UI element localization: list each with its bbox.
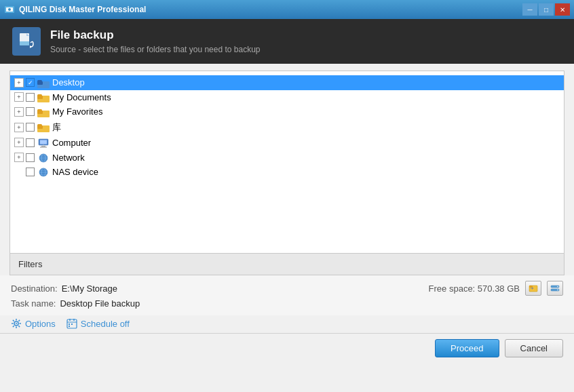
- svg-rect-5: [20, 41, 29, 45]
- options-gear-icon: [11, 318, 22, 329]
- header-text-block: File backup Source - select the files or…: [50, 28, 261, 54]
- title-bar: QILING Disk Master Professional ─ □ ✕: [0, 0, 574, 19]
- close-button[interactable]: ✕: [555, 3, 570, 16]
- app-title: QILING Disk Master Professional: [19, 5, 522, 14]
- header-title: File backup: [50, 28, 261, 42]
- schedule-calendar-icon: [66, 318, 77, 329]
- folder-blue-icon: [37, 77, 52, 88]
- bottom-info-area: Destination: E:\My Storage Free space: 5…: [0, 275, 574, 315]
- svg-rect-21: [41, 146, 45, 147]
- task-value: Desktop File backup: [60, 298, 140, 309]
- folder-browse-icon: [529, 283, 538, 293]
- footer-bar: Proceed Cancel: [0, 333, 574, 363]
- header-icon-box: [12, 27, 41, 56]
- tree-item[interactable]: + My Documents: [10, 90, 564, 105]
- tree-item-checkbox[interactable]: [26, 93, 35, 102]
- task-row: Task name: Desktop File backup: [11, 298, 563, 309]
- tree-item-label: Desktop: [52, 77, 85, 87]
- tree-item-label: NAS device: [52, 167, 98, 177]
- free-space-text: Free space: 570.38 GB: [429, 283, 520, 294]
- tree-item-checkbox[interactable]: [26, 78, 35, 87]
- svg-line-47: [18, 326, 20, 327]
- svg-rect-20: [40, 140, 47, 144]
- svg-line-48: [18, 320, 20, 321]
- svg-point-2: [8, 8, 11, 11]
- filters-label: Filters: [18, 259, 42, 269]
- svg-rect-22: [40, 147, 47, 148]
- tree-item[interactable]: + Desktop: [10, 75, 564, 90]
- folder-yellow-icon: [37, 92, 52, 103]
- tree-expand-btn[interactable]: +: [14, 138, 24, 147]
- header-area: File backup Source - select the files or…: [0, 19, 574, 64]
- svg-line-46: [13, 320, 14, 321]
- destination-value: E:\My Storage: [62, 283, 117, 294]
- svg-rect-54: [69, 324, 70, 325]
- browse-destination-button[interactable]: [525, 281, 541, 296]
- storage-icon: [550, 283, 560, 293]
- tree-expand-btn[interactable]: +: [14, 107, 24, 117]
- tree-expand-btn[interactable]: +: [14, 78, 24, 87]
- globe-icon: [37, 167, 52, 178]
- storage-info-button[interactable]: [547, 281, 563, 296]
- tree-expand-btn[interactable]: +: [14, 92, 24, 102]
- app-icon: [4, 4, 15, 15]
- folder-yellow-icon: [37, 122, 52, 133]
- destination-row: Destination: E:\My Storage Free space: 5…: [11, 281, 563, 296]
- globe-icon: [37, 152, 52, 163]
- destination-label: Destination:: [11, 283, 58, 294]
- action-row: Options Schedule off: [0, 315, 574, 333]
- window-controls: ─ □ ✕: [522, 3, 570, 16]
- tree-item-label: My Documents: [52, 92, 111, 102]
- tree-item[interactable]: + My Favorites: [10, 104, 564, 119]
- svg-rect-12: [37, 94, 42, 97]
- svg-line-49: [13, 326, 14, 327]
- tree-item-checkbox[interactable]: [26, 123, 35, 132]
- svg-point-23: [43, 144, 43, 145]
- tree-item-label: My Favorites: [52, 106, 102, 117]
- cancel-button[interactable]: Cancel: [505, 339, 563, 357]
- tree-item-checkbox[interactable]: [26, 138, 35, 147]
- options-label: Options: [25, 319, 56, 329]
- tree-item[interactable]: + Network: [10, 150, 564, 165]
- tree-item-label: Network: [52, 153, 85, 163]
- free-space-area: Free space: 570.38 GB: [429, 281, 563, 296]
- tree-item-label: 库: [52, 121, 61, 134]
- tree-item[interactable]: + Computer: [10, 136, 564, 151]
- tree-item-checkbox[interactable]: [26, 168, 35, 176]
- options-button[interactable]: Options: [11, 318, 56, 329]
- minimize-button[interactable]: ─: [522, 3, 537, 16]
- svg-marker-6: [30, 45, 32, 48]
- tree-item[interactable]: + 库: [10, 119, 564, 136]
- svg-rect-56: [69, 326, 70, 327]
- tree-expand-btn[interactable]: +: [14, 153, 24, 162]
- svg-point-38: [557, 286, 558, 288]
- svg-rect-9: [37, 80, 42, 83]
- tree-item-label: Computer: [52, 138, 91, 148]
- svg-point-41: [16, 323, 17, 324]
- svg-rect-55: [71, 324, 73, 325]
- file-backup-icon: [17, 32, 36, 51]
- svg-rect-18: [37, 124, 42, 127]
- header-subtitle: Source - select the files or folders tha…: [50, 45, 261, 54]
- task-label: Task name:: [11, 298, 56, 309]
- schedule-button[interactable]: Schedule off: [66, 318, 130, 329]
- folder-yellow-icon: [37, 106, 52, 117]
- filters-bar: Filters: [9, 254, 565, 275]
- computer-icon: [37, 138, 52, 149]
- file-tree-panel[interactable]: + Desktop+ My Documents+ My Favorites+ 库…: [9, 71, 565, 254]
- schedule-label: Schedule off: [81, 319, 130, 329]
- tree-item-checkbox[interactable]: [26, 107, 35, 116]
- maximize-button[interactable]: □: [539, 3, 554, 16]
- svg-rect-15: [37, 109, 42, 112]
- tree-item-checkbox[interactable]: [26, 153, 35, 162]
- svg-point-39: [557, 290, 558, 291]
- tree-expand-btn[interactable]: +: [14, 123, 24, 132]
- proceed-button[interactable]: Proceed: [435, 339, 499, 357]
- tree-item[interactable]: + NAS device: [10, 165, 564, 180]
